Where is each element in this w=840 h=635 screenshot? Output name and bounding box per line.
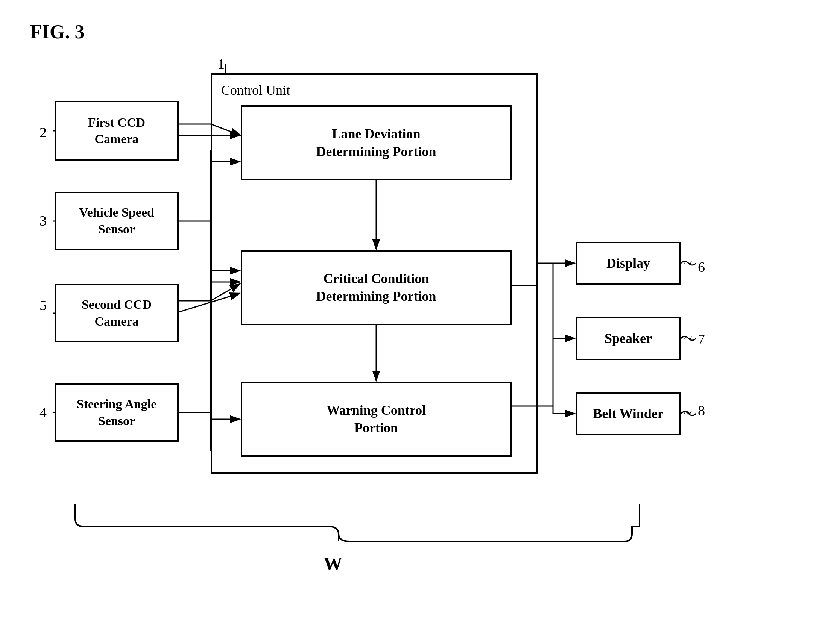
warning-control-label: Warning ControlPortion <box>327 402 426 437</box>
ref-6: 6 <box>698 258 705 275</box>
control-unit-label: Control Unit <box>221 82 290 99</box>
svg-text:~: ~ <box>684 329 692 346</box>
steering-angle-box: Steering AngleSensor <box>55 383 179 442</box>
display-label: Display <box>606 255 650 272</box>
second-ccd-box: Second CCDCamera <box>55 284 179 342</box>
ref-7: 7 <box>698 331 705 347</box>
steering-angle-label: Steering AngleSensor <box>77 396 156 429</box>
ref-8: 8 <box>698 402 705 419</box>
first-ccd-box: First CCDCamera <box>55 101 179 161</box>
lane-deviation-box: Lane DeviationDetermining Portion <box>241 105 512 180</box>
ref-3: 3 <box>39 213 47 229</box>
svg-text:~: ~ <box>684 404 692 421</box>
ref-1: 1 <box>218 56 224 72</box>
second-ccd-label: Second CCDCamera <box>82 296 152 329</box>
belt-winder-box: Belt Winder <box>576 392 681 435</box>
first-ccd-label: First CCDCamera <box>88 114 145 147</box>
speaker-box: Speaker <box>576 317 681 360</box>
speaker-label: Speaker <box>605 330 652 347</box>
ref-5: 5 <box>39 297 47 314</box>
w-label: W <box>324 553 342 575</box>
ref-4: 4 <box>39 404 47 421</box>
vehicle-speed-label: Vehicle SpeedSensor <box>79 204 154 237</box>
critical-condition-box: Critical ConditionDetermining Portion <box>241 250 512 325</box>
lane-deviation-label: Lane DeviationDetermining Portion <box>316 125 436 161</box>
ref-2: 2 <box>39 124 47 140</box>
warning-control-box: Warning ControlPortion <box>241 381 512 457</box>
svg-text:~: ~ <box>684 254 692 271</box>
figure-title: FIG. 3 <box>30 20 84 43</box>
critical-condition-label: Critical ConditionDetermining Portion <box>316 270 436 305</box>
vehicle-speed-box: Vehicle SpeedSensor <box>55 192 179 250</box>
belt-winder-label: Belt Winder <box>593 405 663 422</box>
display-box: Display <box>576 242 681 285</box>
